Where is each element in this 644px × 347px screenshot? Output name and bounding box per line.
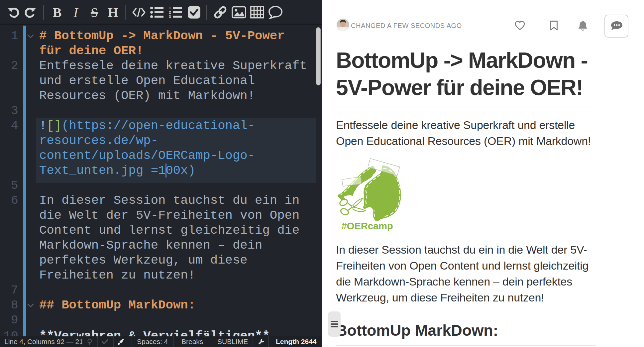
svg-text:3: 3 bbox=[169, 14, 171, 19]
svg-text:#OERcamp: #OERcamp bbox=[342, 220, 393, 231]
svg-text:1: 1 bbox=[169, 6, 171, 10]
svg-text:2: 2 bbox=[169, 10, 171, 14]
